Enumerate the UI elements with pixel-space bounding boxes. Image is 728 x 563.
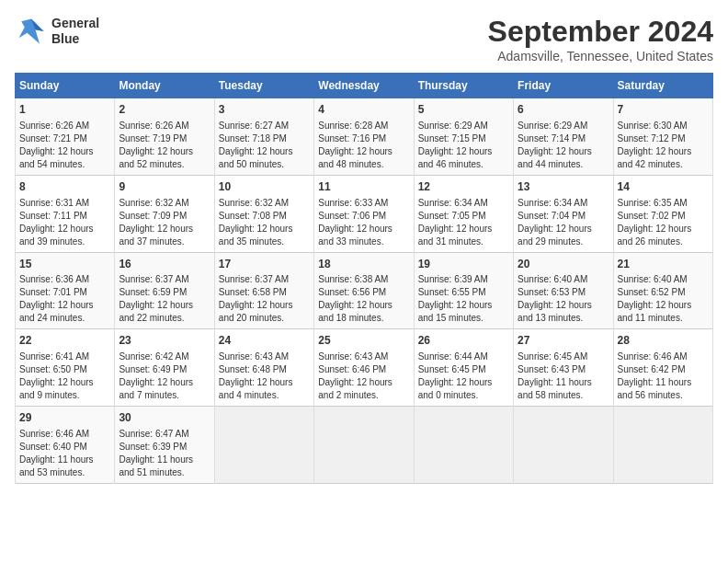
sunset-text: Sunset: 6:46 PM bbox=[318, 364, 386, 374]
daylight-text: Daylight: 12 hours and 29 minutes. bbox=[518, 224, 592, 247]
calendar-day-cell bbox=[414, 407, 513, 484]
calendar-day-cell: 25Sunrise: 6:43 AMSunset: 6:46 PMDayligh… bbox=[314, 329, 414, 407]
day-number: 4 bbox=[318, 102, 409, 118]
sunset-text: Sunset: 7:19 PM bbox=[119, 133, 187, 144]
sunrise-text: Sunrise: 6:41 AM bbox=[19, 351, 89, 362]
daylight-text: Daylight: 12 hours and 54 minutes. bbox=[19, 146, 94, 169]
day-number: 14 bbox=[618, 179, 709, 195]
sunrise-text: Sunrise: 6:43 AM bbox=[219, 351, 289, 362]
sunrise-text: Sunrise: 6:32 AM bbox=[119, 198, 188, 208]
day-number: 30 bbox=[119, 410, 210, 426]
sunset-text: Sunset: 7:08 PM bbox=[219, 211, 287, 221]
sunrise-text: Sunrise: 6:42 AM bbox=[119, 351, 188, 362]
calendar-day-cell: 3Sunrise: 6:27 AMSunset: 7:18 PMDaylight… bbox=[214, 98, 313, 176]
daylight-text: Daylight: 12 hours and 18 minutes. bbox=[318, 300, 392, 323]
sunset-text: Sunset: 6:50 PM bbox=[19, 364, 87, 374]
logo: General Blue bbox=[15, 15, 99, 48]
sunrise-text: Sunrise: 6:38 AM bbox=[318, 274, 388, 284]
calendar-day-cell: 24Sunrise: 6:43 AMSunset: 6:48 PMDayligh… bbox=[214, 329, 313, 407]
location-title: Adamsville, Tennessee, United States bbox=[488, 49, 713, 63]
calendar-day-cell bbox=[214, 407, 313, 484]
calendar-day-header: Monday bbox=[115, 74, 214, 98]
sunset-text: Sunset: 6:52 PM bbox=[618, 287, 686, 297]
sunrise-text: Sunrise: 6:26 AM bbox=[119, 121, 188, 131]
sunset-text: Sunset: 6:55 PM bbox=[418, 287, 486, 297]
calendar-day-cell: 30Sunrise: 6:47 AMSunset: 6:39 PMDayligh… bbox=[115, 407, 214, 484]
sunset-text: Sunset: 7:21 PM bbox=[19, 133, 87, 144]
sunrise-text: Sunrise: 6:37 AM bbox=[219, 274, 289, 284]
calendar-week-row: 29Sunrise: 6:46 AMSunset: 6:40 PMDayligh… bbox=[16, 407, 713, 484]
day-number: 27 bbox=[518, 333, 609, 349]
calendar-day-cell: 9Sunrise: 6:32 AMSunset: 7:09 PMDaylight… bbox=[115, 175, 214, 252]
sunrise-text: Sunrise: 6:32 AM bbox=[219, 198, 289, 208]
daylight-text: Daylight: 12 hours and 11 minutes. bbox=[618, 300, 692, 323]
calendar-day-header: Thursday bbox=[414, 74, 513, 98]
daylight-text: Daylight: 11 hours and 53 minutes. bbox=[19, 454, 94, 477]
sunrise-text: Sunrise: 6:40 AM bbox=[518, 274, 587, 284]
calendar-header-row: SundayMondayTuesdayWednesdayThursdayFrid… bbox=[16, 74, 713, 98]
day-number: 10 bbox=[219, 179, 310, 195]
sunrise-text: Sunrise: 6:29 AM bbox=[518, 121, 587, 131]
daylight-text: Daylight: 12 hours and 31 minutes. bbox=[418, 224, 493, 247]
day-number: 19 bbox=[418, 257, 509, 272]
day-number: 5 bbox=[418, 102, 509, 118]
calendar-day-cell: 11Sunrise: 6:33 AMSunset: 7:06 PMDayligh… bbox=[314, 175, 414, 252]
sunset-text: Sunset: 7:11 PM bbox=[19, 211, 87, 221]
daylight-text: Daylight: 11 hours and 58 minutes. bbox=[518, 377, 592, 400]
sunset-text: Sunset: 6:58 PM bbox=[219, 287, 287, 297]
daylight-text: Daylight: 11 hours and 56 minutes. bbox=[618, 377, 692, 400]
sunset-text: Sunset: 7:02 PM bbox=[618, 211, 686, 221]
sunset-text: Sunset: 6:39 PM bbox=[119, 442, 187, 452]
calendar-day-cell: 23Sunrise: 6:42 AMSunset: 6:49 PMDayligh… bbox=[115, 329, 214, 407]
sunset-text: Sunset: 7:16 PM bbox=[318, 133, 386, 144]
sunset-text: Sunset: 7:05 PM bbox=[418, 211, 486, 221]
sunset-text: Sunset: 7:09 PM bbox=[119, 211, 187, 221]
sunrise-text: Sunrise: 6:45 AM bbox=[518, 351, 587, 362]
day-number: 13 bbox=[518, 179, 609, 195]
day-number: 3 bbox=[219, 102, 310, 118]
sunrise-text: Sunrise: 6:27 AM bbox=[219, 121, 289, 131]
calendar-day-cell: 8Sunrise: 6:31 AMSunset: 7:11 PMDaylight… bbox=[16, 175, 115, 252]
sunset-text: Sunset: 6:53 PM bbox=[518, 287, 586, 297]
sunset-text: Sunset: 6:48 PM bbox=[219, 364, 287, 374]
calendar-day-header: Saturday bbox=[613, 74, 712, 98]
calendar-day-cell: 14Sunrise: 6:35 AMSunset: 7:02 PMDayligh… bbox=[613, 175, 712, 252]
calendar-day-cell: 12Sunrise: 6:34 AMSunset: 7:05 PMDayligh… bbox=[414, 175, 513, 252]
daylight-text: Daylight: 12 hours and 13 minutes. bbox=[518, 300, 592, 323]
sunset-text: Sunset: 6:56 PM bbox=[318, 287, 386, 297]
calendar-day-header: Wednesday bbox=[314, 74, 414, 98]
day-number: 2 bbox=[119, 102, 210, 118]
day-number: 16 bbox=[119, 257, 210, 272]
day-number: 9 bbox=[119, 179, 210, 195]
calendar-day-cell: 20Sunrise: 6:40 AMSunset: 6:53 PMDayligh… bbox=[514, 252, 613, 329]
day-number: 23 bbox=[119, 333, 210, 349]
calendar-day-cell: 29Sunrise: 6:46 AMSunset: 6:40 PMDayligh… bbox=[16, 407, 115, 484]
sunrise-text: Sunrise: 6:47 AM bbox=[119, 429, 188, 439]
sunrise-text: Sunrise: 6:44 AM bbox=[418, 351, 488, 362]
daylight-text: Daylight: 12 hours and 39 minutes. bbox=[19, 224, 94, 247]
calendar-day-cell: 6Sunrise: 6:29 AMSunset: 7:14 PMDaylight… bbox=[514, 98, 613, 176]
sunset-text: Sunset: 7:15 PM bbox=[418, 133, 486, 144]
sunset-text: Sunset: 6:40 PM bbox=[19, 442, 87, 452]
day-number: 15 bbox=[19, 257, 110, 272]
daylight-text: Daylight: 12 hours and 26 minutes. bbox=[618, 224, 692, 247]
calendar-day-cell: 27Sunrise: 6:45 AMSunset: 6:43 PMDayligh… bbox=[514, 329, 613, 407]
sunrise-text: Sunrise: 6:34 AM bbox=[418, 198, 488, 208]
sunrise-text: Sunrise: 6:31 AM bbox=[19, 198, 89, 208]
day-number: 12 bbox=[418, 179, 509, 195]
daylight-text: Daylight: 12 hours and 15 minutes. bbox=[418, 300, 493, 323]
day-number: 25 bbox=[318, 333, 409, 349]
daylight-text: Daylight: 12 hours and 52 minutes. bbox=[119, 146, 193, 169]
daylight-text: Daylight: 12 hours and 44 minutes. bbox=[518, 146, 592, 169]
sunset-text: Sunset: 6:59 PM bbox=[119, 287, 187, 297]
calendar-day-cell: 4Sunrise: 6:28 AMSunset: 7:16 PMDaylight… bbox=[314, 98, 414, 176]
sunset-text: Sunset: 7:12 PM bbox=[618, 133, 686, 144]
sunset-text: Sunset: 6:49 PM bbox=[119, 364, 187, 374]
sunset-text: Sunset: 7:18 PM bbox=[219, 133, 287, 144]
daylight-text: Daylight: 12 hours and 33 minutes. bbox=[318, 224, 392, 247]
calendar-day-header: Friday bbox=[514, 74, 613, 98]
calendar-day-cell: 2Sunrise: 6:26 AMSunset: 7:19 PMDaylight… bbox=[115, 98, 214, 176]
sunrise-text: Sunrise: 6:46 AM bbox=[618, 351, 688, 362]
day-number: 22 bbox=[19, 333, 110, 349]
day-number: 17 bbox=[219, 257, 310, 272]
